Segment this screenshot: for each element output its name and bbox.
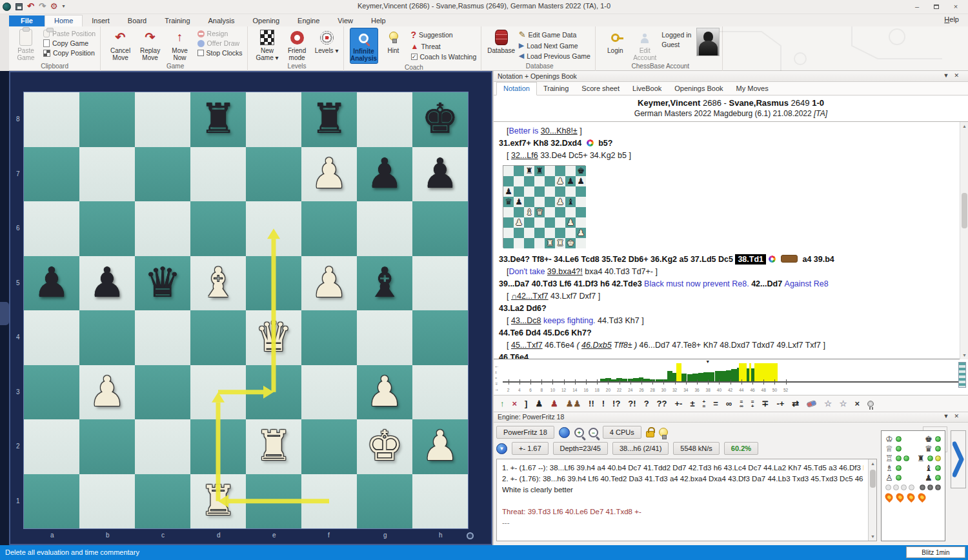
move-text[interactable]: [ (507, 316, 511, 325)
square-h4[interactable] (412, 310, 468, 365)
square-d3[interactable] (190, 365, 246, 420)
scroll-down-icon[interactable]: ▼ (869, 532, 877, 541)
square-d6[interactable] (190, 201, 246, 256)
piece-h2[interactable]: ♟ (412, 419, 468, 474)
square-h3[interactable] (412, 365, 468, 420)
square-d7[interactable] (190, 147, 246, 202)
piece-e4[interactable]: ♛ (246, 310, 301, 365)
copy-position-button[interactable]: Copy Position (41, 48, 97, 57)
square-d2[interactable] (190, 419, 246, 474)
square-a7[interactable] (24, 147, 79, 202)
square-e7[interactable] (246, 147, 301, 202)
dubious-move[interactable]: ?! (628, 399, 636, 408)
help-link[interactable]: Help (944, 15, 959, 23)
bracket-icon[interactable]: ] (525, 399, 527, 408)
engine-gear-icon[interactable]: ⚙ (50, 1, 58, 12)
move-text[interactable]: b5? (596, 139, 613, 148)
chart-mini-widget[interactable] (958, 362, 966, 388)
paste-position-button[interactable]: Paste Position (41, 29, 97, 38)
square-e5[interactable] (246, 256, 301, 311)
new-game-button[interactable]: New Game ▾ (253, 28, 281, 63)
minimize-button[interactable]: – (907, 0, 927, 13)
paste-game-button[interactable]: Paste Game (12, 28, 40, 63)
edit-game-data-button[interactable]: ✎Edit Game Data (517, 29, 592, 40)
piece-g3[interactable]: ♟ (357, 365, 412, 420)
scrollbar-thumb[interactable] (870, 470, 876, 488)
piece-d1[interactable]: ♜ (190, 474, 246, 529)
move-text[interactable]: 44.Te6 Dd4 45.Dc6 Kh7? (499, 328, 592, 337)
piece-e2[interactable]: ♜ (246, 419, 301, 474)
move-text[interactable]: 33.De4 Dc5+ 34.Kg2 b5 ] (538, 151, 631, 160)
square-a2[interactable] (24, 419, 79, 474)
move-text[interactable]: 44.Td3 Kh7 ] (598, 316, 644, 325)
stop-clocks-button[interactable]: Stop Clocks (196, 48, 245, 57)
move-text[interactable]: [ (507, 341, 511, 350)
save-icon[interactable] (15, 3, 23, 10)
threat-button[interactable]: ▲Threat (409, 41, 479, 52)
move-text[interactable]: Tff8± ) (612, 341, 638, 350)
compensation[interactable]: =∞ (740, 399, 743, 408)
move-text[interactable]: [ (507, 151, 511, 160)
square-b7[interactable] (79, 147, 135, 202)
piece-h8[interactable]: ♚ (412, 92, 468, 147)
move-text[interactable]: bxa4 40.Td3 Td7+- ] (583, 267, 658, 276)
good-move[interactable]: ! (602, 399, 605, 408)
move-text[interactable]: [ (507, 292, 511, 301)
square-b2[interactable] (79, 419, 135, 474)
tab-home[interactable]: Home (45, 15, 83, 27)
move-text[interactable]: 39.bxa4?! (547, 267, 583, 276)
square-e3[interactable] (246, 365, 301, 420)
zoom-in-button[interactable]: + (574, 428, 584, 437)
offer-draw-button[interactable]: Offer Draw (196, 39, 245, 48)
infinite-analysis-button[interactable]: Infinite Analysis (350, 28, 378, 64)
square-f6[interactable] (301, 201, 357, 256)
scroll-up-icon[interactable]: ▲ (960, 122, 968, 130)
move-text[interactable]: 39...Da7 40.Td3 Lf6 41.Df3 h6 42.Tde3 (499, 279, 644, 288)
current-move[interactable]: 38.Td1 (735, 254, 766, 265)
docking-tab[interactable] (0, 302, 9, 325)
close-icon[interactable]: ✕ (954, 72, 964, 79)
move-text[interactable]: a4 39.b4 (800, 255, 834, 264)
scroll-down-icon[interactable]: ▼ (960, 351, 968, 359)
pieces-icon[interactable]: ♟♟ (566, 399, 581, 408)
notation-body[interactable]: [Better is 30...Kh8!± ]31.exf7+ Kh8 32.D… (494, 122, 968, 359)
notation-diagram[interactable]: ♜♜♚♟♟♟♟♛♟♟♝♝♛♟♟♟♜♜♚ (503, 165, 585, 248)
color-swatch-icon[interactable] (781, 255, 798, 263)
tab-training[interactable]: Training (537, 83, 575, 96)
move-text[interactable]: 30...Kh8!± (541, 126, 578, 135)
close-icon[interactable]: ✕ (954, 413, 964, 419)
chevron-down-icon[interactable]: ▼ (943, 413, 954, 419)
black-player-name[interactable]: Svane,Rasmus (729, 98, 789, 108)
move-text[interactable]: 43.Lxf7 Dxf7 ] (549, 292, 601, 301)
engine-pane-header[interactable]: Engine: PowerFritz 18 ▼✕ (494, 412, 968, 423)
square-f1[interactable] (301, 474, 357, 529)
engine-lines-box[interactable]: 1. +- (1.67 --): 38...Lf6 39.h4 a4 40.b4… (496, 459, 877, 541)
delete-icon[interactable]: × (512, 399, 518, 408)
zoom-out-button[interactable]: − (589, 428, 598, 437)
redo-icon[interactable]: ↷ (39, 1, 46, 12)
square-h6[interactable] (412, 201, 468, 256)
square-g6[interactable] (357, 201, 412, 256)
notation-pane-header[interactable]: Notation + Openings Book ▼✕ (494, 71, 968, 82)
square-c4[interactable] (135, 310, 190, 365)
piece-b3[interactable]: ♟ (79, 365, 135, 420)
white-slightly-better[interactable]: += (703, 399, 706, 408)
blunder[interactable]: ?? (657, 399, 667, 408)
edit-account-button[interactable]: Edit Account (630, 28, 659, 63)
engine-hint-icon[interactable] (659, 428, 668, 437)
chevron-down-icon[interactable]: ▼ (943, 72, 954, 79)
square-e6[interactable] (246, 201, 301, 256)
star-icon[interactable]: ☆ (824, 399, 832, 408)
notation-scrollbar[interactable]: ▲ ▼ (960, 122, 968, 359)
square-a8[interactable] (24, 92, 79, 147)
tab-score-sheet[interactable]: Score sheet (575, 83, 626, 96)
square-g8[interactable] (357, 92, 412, 147)
square-a3[interactable] (24, 365, 79, 420)
board-settings-button[interactable] (467, 532, 474, 539)
move-text[interactable]: 43...Dc8 (511, 316, 541, 325)
piece-a5[interactable]: ♟ (24, 256, 79, 311)
piece-f7[interactable]: ♟ (301, 147, 357, 202)
levels-button[interactable]: Levels ▾ (312, 28, 341, 55)
undo-icon[interactable]: ↶ (27, 1, 34, 12)
piece-c5[interactable]: ♛ (135, 256, 190, 311)
